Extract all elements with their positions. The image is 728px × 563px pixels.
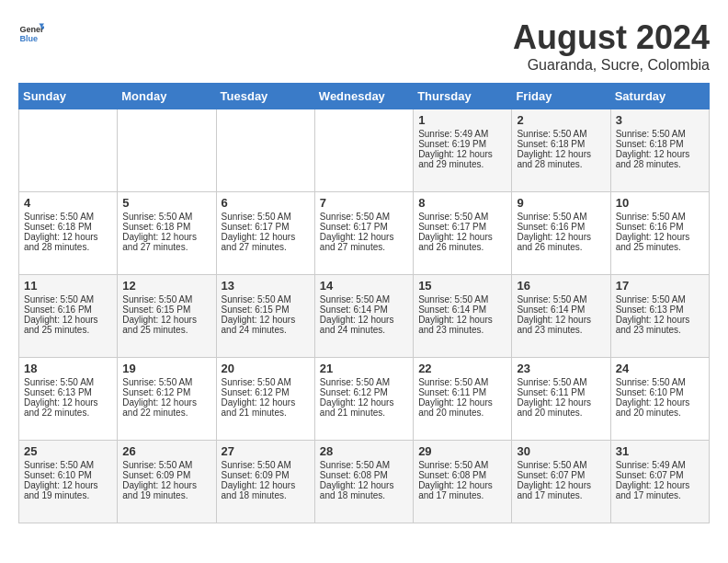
day-number: 15 [418, 279, 506, 293]
day-number: 7 [320, 196, 408, 210]
day-number: 9 [517, 196, 605, 210]
calendar-cell: 13Sunrise: 5:50 AMSunset: 6:15 PMDayligh… [216, 275, 314, 358]
day-info: Sunrise: 5:50 AM [122, 377, 210, 387]
calendar-cell: 20Sunrise: 5:50 AMSunset: 6:12 PMDayligh… [216, 358, 314, 441]
day-info: Sunrise: 5:50 AM [122, 212, 210, 222]
calendar-cell: 17Sunrise: 5:50 AMSunset: 6:13 PMDayligh… [610, 275, 709, 358]
day-number: 27 [222, 444, 310, 458]
day-info: and 17 minutes. [517, 490, 605, 500]
day-info: Sunrise: 5:50 AM [222, 294, 310, 304]
calendar-body: 1Sunrise: 5:49 AMSunset: 6:19 PMDaylight… [19, 109, 710, 523]
day-number: 29 [418, 444, 506, 458]
calendar-cell: 5Sunrise: 5:50 AMSunset: 6:18 PMDaylight… [118, 192, 216, 275]
day-info: and 18 minutes. [320, 490, 408, 500]
day-number: 28 [320, 444, 408, 458]
logo-icon: General Blue [18, 18, 44, 44]
day-info: Sunrise: 5:50 AM [320, 294, 408, 304]
day-info: and 28 minutes. [24, 242, 112, 252]
day-info: Daylight: 12 hours [616, 315, 704, 325]
day-info: Sunrise: 5:50 AM [122, 460, 210, 470]
weekday-header-tuesday: Tuesday [216, 84, 314, 109]
calendar-cell: 23Sunrise: 5:50 AMSunset: 6:11 PMDayligh… [512, 358, 610, 441]
day-info: Sunrise: 5:50 AM [616, 129, 704, 139]
day-info: Sunrise: 5:50 AM [320, 212, 408, 222]
day-info: Daylight: 12 hours [517, 315, 605, 325]
calendar-cell: 4Sunrise: 5:50 AMSunset: 6:18 PMDaylight… [19, 192, 118, 275]
day-info: Daylight: 12 hours [418, 149, 506, 159]
day-number: 6 [222, 196, 310, 210]
day-info: Sunset: 6:09 PM [122, 470, 210, 480]
day-number: 16 [517, 279, 605, 293]
day-info: Sunset: 6:14 PM [320, 304, 408, 315]
day-info: Sunset: 6:16 PM [616, 222, 704, 232]
day-info: Daylight: 12 hours [616, 149, 704, 159]
day-info: Daylight: 12 hours [517, 149, 605, 159]
day-info: Daylight: 12 hours [616, 397, 704, 408]
day-info: Sunset: 6:16 PM [24, 304, 112, 315]
day-info: and 25 minutes. [616, 242, 704, 252]
day-info: Sunrise: 5:50 AM [24, 377, 112, 387]
calendar-cell: 9Sunrise: 5:50 AMSunset: 6:16 PMDaylight… [512, 192, 610, 275]
day-info: Sunset: 6:08 PM [320, 470, 408, 480]
calendar-cell [314, 109, 413, 192]
day-number: 13 [222, 279, 310, 293]
day-info: Sunset: 6:18 PM [24, 222, 112, 232]
calendar-cell: 11Sunrise: 5:50 AMSunset: 6:16 PMDayligh… [19, 275, 118, 358]
day-info: and 23 minutes. [517, 325, 605, 335]
day-info: Daylight: 12 hours [222, 480, 310, 490]
day-info: Sunset: 6:17 PM [222, 222, 310, 232]
day-info: Daylight: 12 hours [418, 315, 506, 325]
day-info: and 28 minutes. [616, 159, 704, 169]
day-info: and 25 minutes. [24, 325, 112, 335]
calendar-week-5: 25Sunrise: 5:50 AMSunset: 6:10 PMDayligh… [19, 441, 710, 523]
calendar-cell [19, 109, 118, 192]
weekday-header-row: SundayMondayTuesdayWednesdayThursdayFrid… [19, 84, 710, 109]
day-info: Sunset: 6:13 PM [616, 304, 704, 315]
day-info: Sunrise: 5:50 AM [320, 460, 408, 470]
day-number: 11 [24, 279, 112, 293]
month-title: August 2024 [513, 18, 710, 57]
calendar-week-4: 18Sunrise: 5:50 AMSunset: 6:13 PMDayligh… [19, 358, 710, 441]
day-info: and 29 minutes. [418, 159, 506, 169]
day-number: 14 [320, 279, 408, 293]
day-number: 20 [222, 362, 310, 375]
calendar-cell: 31Sunrise: 5:49 AMSunset: 6:07 PMDayligh… [610, 441, 709, 523]
day-info: and 22 minutes. [24, 408, 112, 418]
day-number: 19 [122, 362, 210, 375]
day-info: Sunset: 6:18 PM [616, 139, 704, 149]
day-info: Sunset: 6:12 PM [222, 387, 310, 397]
day-info: Sunset: 6:10 PM [24, 470, 112, 480]
day-info: Sunset: 6:12 PM [320, 387, 408, 397]
weekday-header-sunday: Sunday [19, 84, 118, 109]
day-info: Sunrise: 5:50 AM [418, 294, 506, 304]
day-info: Sunset: 6:08 PM [418, 470, 506, 480]
calendar-cell: 21Sunrise: 5:50 AMSunset: 6:12 PMDayligh… [314, 358, 413, 441]
day-info: Daylight: 12 hours [122, 480, 210, 490]
calendar-cell: 24Sunrise: 5:50 AMSunset: 6:10 PMDayligh… [610, 358, 709, 441]
day-info: Sunset: 6:14 PM [418, 304, 506, 315]
day-number: 1 [418, 113, 506, 127]
day-number: 5 [122, 196, 210, 210]
calendar-week-2: 4Sunrise: 5:50 AMSunset: 6:18 PMDaylight… [19, 192, 710, 275]
day-info: Daylight: 12 hours [320, 480, 408, 490]
day-info: Sunset: 6:16 PM [517, 222, 605, 232]
day-info: and 22 minutes. [122, 408, 210, 418]
day-info: and 17 minutes. [418, 490, 506, 500]
day-info: Sunset: 6:12 PM [122, 387, 210, 397]
day-info: Daylight: 12 hours [418, 480, 506, 490]
weekday-header-saturday: Saturday [610, 84, 709, 109]
calendar-cell: 19Sunrise: 5:50 AMSunset: 6:12 PMDayligh… [118, 358, 216, 441]
weekday-header-friday: Friday [512, 84, 610, 109]
day-info: and 19 minutes. [122, 490, 210, 500]
day-info: Sunrise: 5:50 AM [517, 294, 605, 304]
calendar-cell: 18Sunrise: 5:50 AMSunset: 6:13 PMDayligh… [19, 358, 118, 441]
day-info: Sunrise: 5:50 AM [616, 377, 704, 387]
day-info: Daylight: 12 hours [222, 232, 310, 242]
day-info: and 21 minutes. [320, 408, 408, 418]
title-area: August 2024 Guaranda, Sucre, Colombia [513, 18, 710, 74]
day-info: Daylight: 12 hours [517, 232, 605, 242]
day-info: Sunset: 6:18 PM [517, 139, 605, 149]
day-info: and 27 minutes. [320, 242, 408, 252]
day-info: Daylight: 12 hours [418, 232, 506, 242]
calendar-week-1: 1Sunrise: 5:49 AMSunset: 6:19 PMDaylight… [19, 109, 710, 192]
